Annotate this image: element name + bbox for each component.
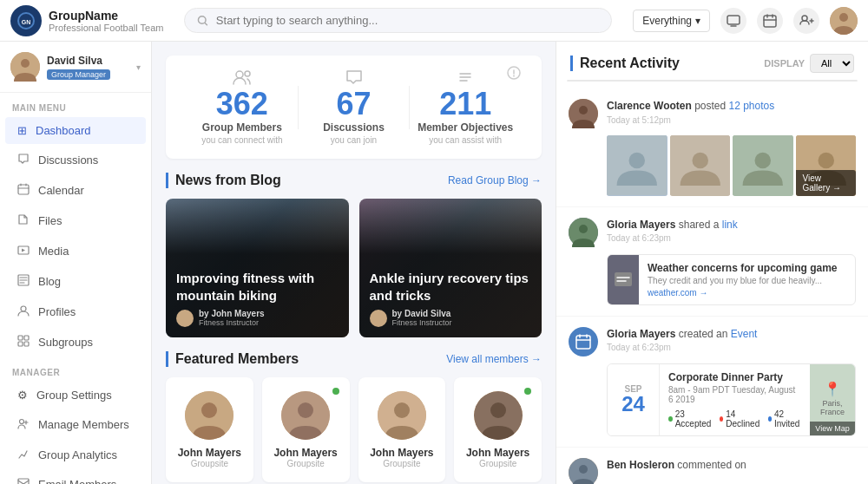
sidebar-item-files[interactable]: Files: [5, 206, 146, 235]
svg-point-38: [579, 106, 588, 114]
subgroups-icon: [17, 335, 30, 350]
news-section: News from Blog Read Group Blog → Improvi…: [166, 173, 542, 337]
display-label: DISPLAY: [764, 58, 805, 69]
activity-comment-header: Ben Hosleron commented on: [569, 458, 856, 485]
gloria-text-1: Gloria Mayers shared a link: [607, 218, 856, 232]
sidebar-item-email-members[interactable]: Email Members: [5, 471, 146, 484]
messages-icon[interactable]: [720, 8, 746, 34]
view-all-members-link[interactable]: View all members →: [446, 353, 542, 365]
discussions-icon: [17, 153, 30, 167]
sidebar-item-subgroups[interactable]: Subgroups: [5, 328, 146, 356]
member-role-1: Groupsite: [173, 459, 247, 468]
invited-stat: 42 Invited: [768, 409, 801, 428]
view-gallery-button[interactable]: View Gallery →: [796, 170, 857, 196]
gloria-avatar-1: [569, 218, 598, 247]
svg-point-30: [490, 402, 506, 418]
event-stats: 23 Accepted 14 Declined 42 Invited: [668, 409, 801, 428]
gloria-name-event: Gloria Mayers: [607, 328, 675, 340]
sidebar-item-discussions[interactable]: Discussions: [5, 146, 146, 174]
activity-event-header: Gloria Mayers created an Event Today at …: [569, 327, 856, 356]
photos-link[interactable]: 12 photos: [729, 100, 775, 112]
blog-author-avatar-2: [370, 310, 387, 327]
view-map-button[interactable]: View Map: [810, 422, 855, 435]
sidebar-item-manage-members[interactable]: Manage Members: [5, 410, 146, 439]
user-avatar-nav[interactable]: [830, 7, 858, 35]
member-card-4[interactable]: John Mayers Groupsite: [454, 377, 542, 482]
manage-members-icon: [17, 417, 30, 432]
members-count: 362: [187, 88, 298, 120]
ben-meta: Ben Hosleron commented on: [607, 458, 856, 473]
calendar-icon: [17, 183, 30, 198]
member-name-2: John Mayers: [269, 447, 343, 459]
event-card[interactable]: Sep 24 Corporate Dinner Party 8am - 9am …: [607, 363, 856, 436]
news-title: News from Blog: [166, 173, 281, 188]
members-header: Featured Members View all members →: [166, 351, 542, 367]
sidebar-item-blog[interactable]: Blog: [5, 267, 146, 296]
svg-rect-4: [764, 16, 776, 27]
blog-author-info-1: by John Mayers Fitness Instructor: [199, 309, 265, 327]
event-details: Corporate Dinner Party 8am - 9am PDT Tue…: [660, 364, 810, 435]
group-sub: Professional Football Team: [49, 23, 163, 33]
svg-point-9: [21, 59, 30, 68]
svg-rect-16: [18, 342, 23, 346]
user-name: David Silva: [47, 55, 129, 67]
user-info: David Silva Group Manager: [47, 55, 129, 80]
sidebar-item-calendar[interactable]: Calendar: [5, 176, 146, 205]
link-preview-icon: [608, 255, 639, 304]
clarence-text: Clarence Wooten posted 12 photos: [607, 99, 856, 114]
svg-text:GN: GN: [22, 19, 31, 25]
everything-dropdown[interactable]: Everything ▾: [633, 10, 710, 32]
user-avatar: [10, 52, 40, 82]
user-bar[interactable]: David Silva Group Manager ▾: [0, 42, 151, 93]
invited-dot: [768, 416, 772, 422]
svg-point-28: [394, 402, 410, 418]
member-card-1[interactable]: John Mayers Groupsite: [166, 377, 253, 482]
activity-link-header: Gloria Mayers shared a link Today at 6:2…: [569, 218, 856, 247]
sidebar-item-profiles[interactable]: Profiles: [5, 298, 146, 326]
calendar-icon[interactable]: [757, 8, 783, 34]
svg-point-40: [628, 153, 645, 169]
display-select[interactable]: All: [810, 54, 854, 73]
member-avatar-3: [378, 391, 426, 440]
photo-grid: View Gallery →: [607, 135, 856, 196]
shared-link[interactable]: link: [722, 219, 738, 231]
sidebar-item-group-analytics[interactable]: Group Analytics: [5, 441, 146, 469]
sidebar-item-media[interactable]: Media: [5, 237, 146, 265]
sidebar-item-label: Manage Members: [38, 418, 129, 431]
blog-card-2[interactable]: Ankle injury recovery tips and tricks by…: [359, 199, 542, 337]
sidebar-item-label: Group Settings: [36, 389, 112, 402]
blog-card-2-title: Ankle injury recovery tips and tricks: [370, 270, 532, 304]
member-card-3[interactable]: John Mayers Groupsite: [358, 377, 446, 482]
member-online-2: [332, 388, 339, 395]
sidebar-item-label: Subgroups: [38, 336, 93, 349]
ben-text: Ben Hosleron commented on: [607, 458, 856, 473]
event-link[interactable]: Event: [731, 328, 758, 340]
gloria-text-event: Gloria Mayers created an Event: [607, 327, 856, 342]
search-bar[interactable]: [184, 8, 612, 33]
link-preview-url[interactable]: weather.com →: [648, 288, 846, 298]
blog-card-1-author: by John Mayers Fitness Instructor: [176, 309, 339, 327]
ben-verb: commented on: [677, 459, 746, 471]
activity-comment: Ben Hosleron commented on: [556, 448, 868, 485]
svg-point-7: [839, 13, 848, 22]
sidebar-item-label: Dashboard: [36, 124, 91, 137]
top-navigation: GN GroupName Professional Football Team …: [0, 0, 868, 42]
member-avatar-2: [281, 391, 330, 440]
svg-point-13: [21, 306, 26, 311]
user-dropdown-icon: ▾: [136, 62, 141, 72]
link-preview: Weather concerns for upcoming game They …: [607, 254, 856, 305]
read-more-link[interactable]: Read Group Blog →: [448, 174, 542, 186]
sidebar-item-dashboard[interactable]: ⊞ Dashboard: [5, 117, 146, 144]
sidebar-item-group-settings[interactable]: ⚙ Group Settings: [5, 382, 146, 409]
group-name: GroupName: [49, 9, 163, 23]
featured-members-title: Featured Members: [166, 351, 299, 367]
activity-photos: Clarence Wooten posted 12 photos Today a…: [556, 88, 868, 207]
add-user-icon[interactable]: [793, 8, 819, 34]
sidebar-item-label: Discussions: [38, 154, 98, 167]
gloria-meta-1: Gloria Mayers shared a link Today at 6:2…: [607, 218, 856, 244]
member-card-2[interactable]: John Mayers Groupsite: [262, 377, 350, 482]
blog-card-1[interactable]: Improving fitness with mountain biking b…: [166, 199, 349, 337]
event-title: Corporate Dinner Party: [668, 371, 801, 383]
stat-members: 362 Group Members you can connect with: [187, 69, 298, 145]
search-input[interactable]: [216, 14, 599, 27]
